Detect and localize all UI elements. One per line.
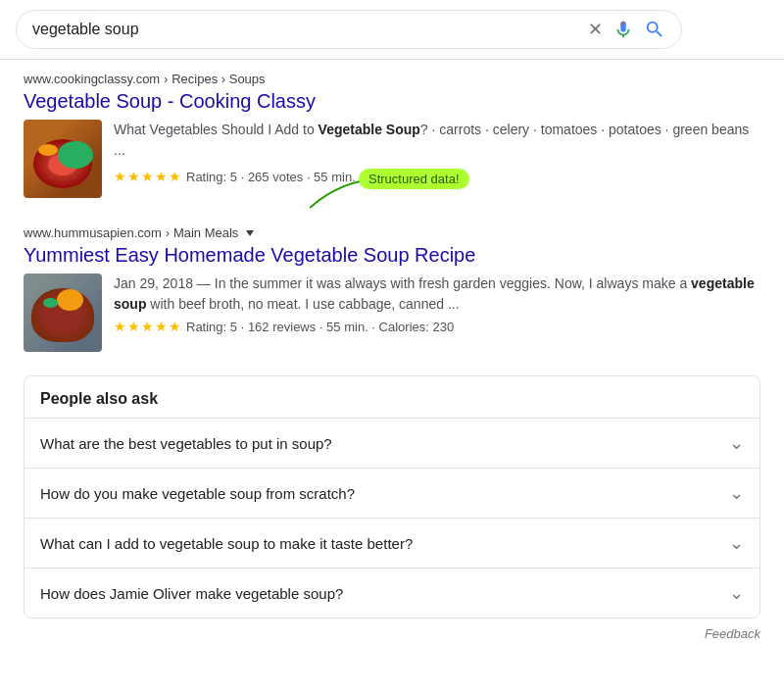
result-domain-2: www.hummusapien.com bbox=[24, 225, 162, 240]
result-url-2: www.hummusapien.com › Main Meals bbox=[24, 225, 760, 240]
snippet-bold-1: Vegetable Soup bbox=[318, 122, 420, 137]
result-date-2: Jan 29, 2018 bbox=[114, 275, 193, 291]
snippet-text-2a: In the summer it was always with fresh g… bbox=[215, 275, 691, 291]
result-text-block-1: What Vegetables Should I Add to Vegetabl… bbox=[114, 120, 760, 202]
result-thumbnail-1 bbox=[24, 120, 102, 198]
result-body-2: Jan 29, 2018 — In the summer it was alwa… bbox=[24, 273, 760, 352]
paa-chevron-3: ⌄ bbox=[729, 582, 744, 604]
paa-question-1: How do you make vegetable soup from scra… bbox=[40, 485, 355, 502]
result-path-2: Main Meals bbox=[173, 225, 238, 240]
search-bar: ✕ bbox=[0, 0, 784, 60]
people-also-ask-box: People also ask What are the best vegeta… bbox=[24, 375, 760, 619]
dropdown-arrow-2[interactable] bbox=[246, 230, 254, 236]
result-snippet-2: Jan 29, 2018 — In the summer it was alwa… bbox=[114, 273, 760, 315]
paa-question-2: What can I add to vegetable soup to make… bbox=[40, 535, 413, 552]
result-snippet-1: What Vegetables Should I Add to Vegetabl… bbox=[114, 120, 760, 161]
search-icon[interactable] bbox=[644, 19, 665, 40]
annotation-wrapper: ★★★★★ Rating: 5 · 265 votes · 55 min. · … bbox=[114, 165, 441, 202]
search-input[interactable] bbox=[32, 21, 588, 38]
url-separator-2: › bbox=[166, 226, 170, 240]
snippet-text-2b: with beef broth, no meat. I use cabbage,… bbox=[146, 296, 459, 312]
paa-question-3: How does Jamie Oliver make vegetable sou… bbox=[40, 585, 343, 602]
stars-1: ★★★★★ bbox=[114, 169, 182, 184]
feedback-link[interactable]: Feedback bbox=[24, 619, 760, 649]
result-body-1: What Vegetables Should I Add to Vegetabl… bbox=[24, 120, 760, 202]
result-thumbnail-2 bbox=[24, 273, 102, 352]
paa-chevron-0: ⌄ bbox=[729, 432, 744, 454]
main-content: www.cookingclassy.com › Recipes › Soups … bbox=[0, 60, 784, 672]
stars-row-2: ★★★★★ Rating: 5 · 162 reviews · 55 min. … bbox=[114, 319, 760, 334]
paa-chevron-2: ⌄ bbox=[729, 532, 744, 554]
result-text-block-2: Jan 29, 2018 — In the summer it was alwa… bbox=[114, 273, 760, 334]
result-item-2: www.hummusapien.com › Main Meals Yummies… bbox=[24, 225, 760, 352]
paa-chevron-1: ⌄ bbox=[729, 482, 744, 504]
result-item-1: www.cookingclassy.com › Recipes › Soups … bbox=[24, 72, 760, 202]
paa-item-0[interactable]: What are the best vegetables to put in s… bbox=[24, 418, 760, 468]
result-domain-1: www.cookingclassy.com bbox=[24, 72, 160, 86]
mic-icon[interactable] bbox=[612, 19, 634, 40]
paa-question-0: What are the best vegetables to put in s… bbox=[40, 435, 332, 452]
stars-2: ★★★★★ bbox=[114, 319, 182, 334]
snippet-text-1a: What Vegetables Should I Add to bbox=[114, 122, 318, 137]
structured-badge: Structured data! bbox=[359, 169, 469, 189]
clear-icon[interactable]: ✕ bbox=[588, 19, 603, 40]
paa-title: People also ask bbox=[24, 376, 760, 418]
result-url-1: www.cookingclassy.com › Recipes › Soups bbox=[24, 72, 760, 86]
paa-item-3[interactable]: How does Jamie Oliver make vegetable sou… bbox=[24, 568, 760, 618]
url-separator-1: › bbox=[164, 73, 168, 86]
result-title-2[interactable]: Yummiest Easy Homemade Vegetable Soup Re… bbox=[24, 242, 760, 268]
paa-item-1[interactable]: How do you make vegetable soup from scra… bbox=[24, 468, 760, 518]
search-input-wrapper: ✕ bbox=[16, 10, 682, 49]
rating-text-2: Rating: 5 · 162 reviews · 55 min. · Calo… bbox=[186, 320, 454, 334]
result-path-1: Recipes › Soups bbox=[172, 72, 265, 86]
paa-item-2[interactable]: What can I add to vegetable soup to make… bbox=[24, 518, 760, 568]
result-title-1[interactable]: Vegetable Soup - Cooking Classy bbox=[24, 88, 760, 114]
